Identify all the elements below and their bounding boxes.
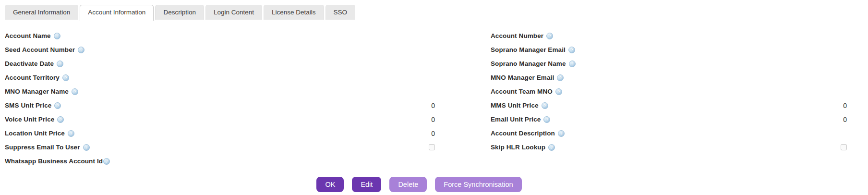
form-column-right: Account Number?Soprano Manager Email?Sop… <box>438 29 868 168</box>
field-label: Email Unit Price <box>491 116 541 123</box>
help-icon[interactable]: ? <box>546 33 553 39</box>
field-label: MNO Manager Email <box>491 74 554 81</box>
form-row: Voice Unit Price?0 <box>0 112 438 126</box>
field-label: Seed Account Number <box>5 46 75 53</box>
help-icon[interactable]: ? <box>557 74 564 81</box>
field-label: Deactivate Date <box>5 60 54 67</box>
tab-account-information[interactable]: Account Information <box>80 5 154 21</box>
form-column-left: Account Name?Seed Account Number?Deactiv… <box>0 29 438 168</box>
field-label: Account Team MNO <box>491 88 553 95</box>
field-label: MMS Unit Price <box>491 102 539 109</box>
field-label: SMS Unit Price <box>5 102 51 109</box>
help-icon[interactable]: ? <box>62 74 69 81</box>
help-icon[interactable]: ? <box>83 144 90 151</box>
delete-button[interactable]: Delete <box>389 177 427 192</box>
field-value: 0 <box>843 102 847 110</box>
form-row: Account Territory? <box>0 71 438 85</box>
form-row: Account Team MNO? <box>438 85 868 98</box>
help-icon[interactable]: ? <box>54 102 61 109</box>
field-value: 0 <box>431 102 435 110</box>
form-row: Soprano Manager Name? <box>438 57 868 71</box>
form-row: Account Description? <box>438 126 868 140</box>
field-checkbox[interactable] <box>841 144 847 150</box>
field-label: MNO Manager Name <box>5 88 69 95</box>
form-row: MNO Manager Name? <box>0 85 438 98</box>
form-row: SMS Unit Price?0 <box>0 98 438 112</box>
help-icon[interactable]: ? <box>548 144 555 151</box>
field-label: Soprano Manager Email <box>491 46 566 53</box>
form-row: Soprano Manager Email? <box>438 43 868 57</box>
help-icon[interactable]: ? <box>103 158 110 165</box>
tab-license-details[interactable]: License Details <box>264 5 324 20</box>
field-label: Account Description <box>491 130 555 137</box>
field-label: Account Number <box>491 32 543 39</box>
tab-general-information[interactable]: General Information <box>5 5 78 20</box>
field-label: Soprano Manager Name <box>491 60 566 67</box>
form-row: MMS Unit Price?0 <box>438 98 868 112</box>
ok-button[interactable]: OK <box>316 177 344 192</box>
form-row: Account Name? <box>0 29 438 43</box>
field-value: 0 <box>431 116 435 123</box>
help-icon[interactable]: ? <box>68 130 74 137</box>
field-value: 0 <box>843 116 847 123</box>
form-row: Deactivate Date? <box>0 57 438 71</box>
edit-button[interactable]: Edit <box>352 177 381 192</box>
field-label: Whatsapp Business Account Id <box>5 158 103 165</box>
action-button-row: OKEditDeleteForce Synchronisation <box>0 177 853 192</box>
form-row: MNO Manager Email? <box>438 71 868 85</box>
help-icon[interactable]: ? <box>568 47 575 53</box>
field-checkbox[interactable] <box>429 144 435 150</box>
help-icon[interactable]: ? <box>78 47 84 53</box>
tab-description[interactable]: Description <box>155 5 204 20</box>
help-icon[interactable]: ? <box>542 102 548 109</box>
help-icon[interactable]: ? <box>57 61 63 67</box>
form-row: Whatsapp Business Account Id? <box>0 154 438 168</box>
account-information-form: Account Name?Seed Account Number?Deactiv… <box>0 29 868 168</box>
help-icon[interactable]: ? <box>72 88 78 95</box>
field-label: Voice Unit Price <box>5 116 54 123</box>
help-icon[interactable]: ? <box>555 88 562 95</box>
field-value: 0 <box>431 130 435 137</box>
form-row: Location Unit Price?0 <box>0 126 438 140</box>
form-row: Skip HLR Lookup? <box>438 140 868 154</box>
force-synchronisation-button[interactable]: Force Synchronisation <box>435 177 521 192</box>
form-row: Email Unit Price?0 <box>438 112 868 126</box>
field-label: Skip HLR Lookup <box>491 144 545 151</box>
tab-bar: General InformationAccount InformationDe… <box>0 0 868 20</box>
help-icon[interactable]: ? <box>57 116 64 123</box>
help-icon[interactable]: ? <box>54 33 60 39</box>
form-row: Account Number? <box>438 29 868 43</box>
field-label: Location Unit Price <box>5 130 65 137</box>
field-label: Account Territory <box>5 74 60 81</box>
help-icon[interactable]: ? <box>569 61 576 67</box>
help-icon[interactable]: ? <box>558 130 565 137</box>
tab-sso[interactable]: SSO <box>326 5 356 20</box>
help-icon[interactable]: ? <box>543 116 550 123</box>
field-label: Suppress Email To User <box>5 144 80 151</box>
form-row: Seed Account Number? <box>0 43 438 57</box>
field-label: Account Name <box>5 32 51 39</box>
tab-login-content[interactable]: Login Content <box>205 5 262 20</box>
form-row: Suppress Email To User? <box>0 140 438 154</box>
